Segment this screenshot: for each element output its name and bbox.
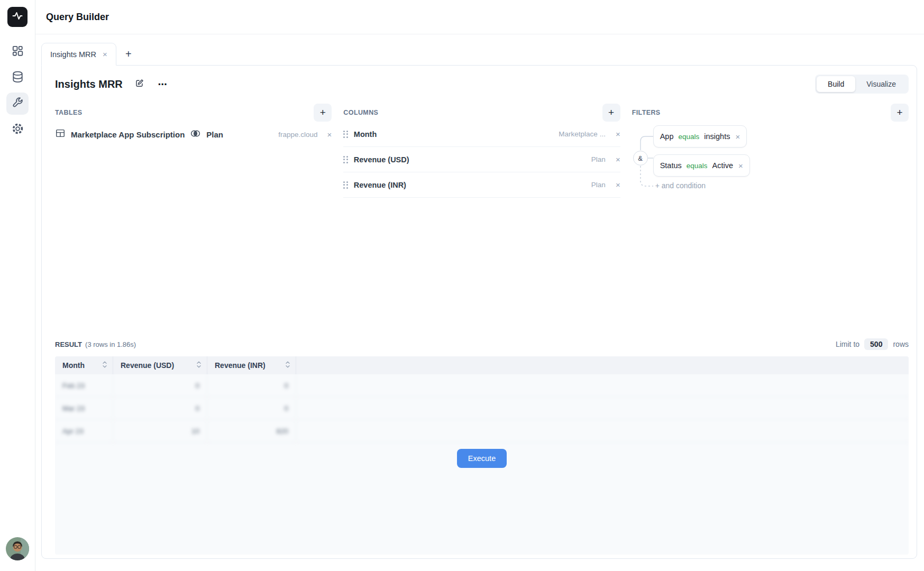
cell-filler [296, 397, 909, 419]
add-column-button[interactable]: + [602, 104, 620, 122]
plus-icon: + [608, 107, 614, 118]
cell: 0 [113, 397, 207, 419]
joined-table-name: Plan [206, 130, 223, 139]
join-icon[interactable] [190, 128, 201, 141]
cell: 0 [207, 397, 296, 419]
remove-column-icon[interactable]: × [616, 130, 620, 139]
query-more-menu-button[interactable]: ⋯ [158, 79, 168, 90]
cell: Apr 23 [55, 420, 113, 442]
execute-button[interactable]: Execute [457, 449, 507, 468]
drag-handle-icon[interactable] [343, 181, 348, 189]
cell-filler [296, 374, 909, 397]
table-row: Mar 23 0 0 [55, 397, 909, 420]
add-condition-button[interactable]: + and condition [655, 181, 706, 190]
cell: Feb 23 [55, 374, 113, 397]
remove-column-icon[interactable]: × [616, 180, 620, 189]
columns-header: COLUMNS + [343, 104, 620, 122]
filter-combinator-toggle[interactable]: & [633, 151, 648, 165]
sidebar-item-settings[interactable] [6, 118, 29, 141]
limit-input[interactable]: 500 [864, 338, 888, 350]
header-cell-revenue-usd[interactable]: Revenue (USD) [113, 356, 207, 374]
remove-filter-icon[interactable]: × [735, 132, 740, 141]
pulse-icon [12, 10, 23, 24]
header-cell-revenue-inr[interactable]: Revenue (INR) [207, 356, 296, 374]
result-meta: (3 rows in 1.86s) [85, 340, 136, 348]
sidebar-item-query-builder[interactable] [6, 93, 29, 115]
filter-tree: & App equals insights × Status equals [632, 125, 909, 190]
tab-visualize[interactable]: Visualize [855, 76, 907, 92]
query-title: Insights MRR [55, 78, 123, 90]
remove-filter-icon[interactable]: × [738, 161, 743, 170]
tables-section: TABLES + Marketplace App Subscription [55, 104, 332, 335]
user-avatar[interactable] [6, 537, 29, 560]
app-window: Query Builder Insights MRR × + Insights … [0, 0, 924, 571]
header-filler [296, 356, 909, 374]
column-table: Plan [591, 181, 606, 189]
edit-icon [134, 78, 144, 90]
filter-pill-app[interactable]: App equals insights × [653, 125, 747, 148]
rename-query-button[interactable] [134, 78, 144, 90]
tab-label: Insights MRR [50, 50, 96, 59]
result-table: Month Revenue (USD) Revenue (INR) [55, 356, 909, 555]
workspace: Insights MRR × + Insights MRR [35, 34, 924, 571]
filters-label: FILTERS [632, 109, 661, 116]
database-icon [11, 70, 24, 86]
sort-icon[interactable] [196, 361, 202, 370]
query-card: Insights MRR ⋯ Build [41, 65, 917, 559]
plus-icon: + [320, 107, 326, 118]
header-label: Revenue (USD) [121, 361, 174, 370]
table-row: Feb 23 0 0 [55, 374, 909, 397]
filter-value: insights [704, 132, 730, 141]
view-toggle: Build Visualize [815, 75, 909, 94]
result-rows-blurred: Feb 23 0 0 Mar 23 0 0 [55, 374, 909, 443]
query-builder-sections: TABLES + Marketplace App Subscription [55, 104, 909, 335]
new-tab-button[interactable]: + [116, 43, 141, 66]
result-header: RESULT (3 rows in 1.86s) Limit to 500 ro… [55, 338, 909, 350]
cell: 0 [113, 374, 207, 397]
tab-insights-mrr[interactable]: Insights MRR × [41, 43, 116, 66]
filter-column: App [660, 132, 674, 141]
cell: 10 [113, 420, 207, 442]
column-row-revenue-inr[interactable]: Revenue (INR) Plan × [343, 172, 620, 198]
column-table: Plan [591, 155, 606, 163]
remove-column-icon[interactable]: × [616, 155, 620, 164]
remove-table-icon[interactable]: × [327, 130, 332, 139]
topbar: Query Builder [35, 0, 924, 34]
tab-close-icon[interactable]: × [103, 50, 107, 59]
main-area: Query Builder Insights MRR × + Insights … [35, 0, 924, 571]
insights-logo[interactable] [7, 7, 28, 27]
add-filter-button[interactable]: + [891, 104, 909, 122]
filter-pill-status[interactable]: Status equals Active × [653, 154, 750, 177]
filter-column: Status [660, 161, 682, 170]
table-row: Apr 23 10 820 [55, 420, 909, 443]
page-title: Query Builder [46, 12, 109, 23]
filter-operator: equals [687, 162, 708, 170]
add-table-button[interactable]: + [314, 104, 332, 122]
tab-build[interactable]: Build [817, 76, 855, 92]
tables-label: TABLES [55, 109, 82, 116]
dashboard-icon [11, 44, 24, 59]
columns-section: COLUMNS + Month Marketplace ... × Revenu… [343, 104, 620, 335]
cell: Mar 23 [55, 397, 113, 419]
query-tabstrip: Insights MRR × + [41, 43, 917, 66]
column-row-month[interactable]: Month Marketplace ... × [343, 122, 620, 147]
column-row-revenue-usd[interactable]: Revenue (USD) Plan × [343, 147, 620, 172]
column-label: Month [354, 130, 377, 139]
drag-handle-icon[interactable] [343, 156, 348, 163]
table-row[interactable]: Marketplace App Subscription Plan frappe… [55, 122, 332, 147]
query-title-row: Insights MRR ⋯ Build [55, 74, 909, 94]
limit-prefix: Limit to [836, 340, 859, 348]
filter-pill-row: Status equals Active × [632, 154, 909, 177]
sidebar-item-dashboards[interactable] [6, 41, 29, 63]
plus-icon: + [896, 107, 902, 118]
sort-icon[interactable] [285, 361, 290, 370]
gear-icon [11, 122, 24, 137]
filter-value: Active [712, 161, 734, 170]
header-cell-month[interactable]: Month [55, 356, 113, 374]
sidebar-item-data-sources[interactable] [6, 67, 29, 89]
sort-icon[interactable] [102, 361, 107, 370]
drag-handle-icon[interactable] [343, 131, 348, 138]
columns-label: COLUMNS [343, 109, 378, 116]
tables-header: TABLES + [55, 104, 332, 122]
result-table-header: Month Revenue (USD) Revenue (INR) [55, 356, 909, 374]
